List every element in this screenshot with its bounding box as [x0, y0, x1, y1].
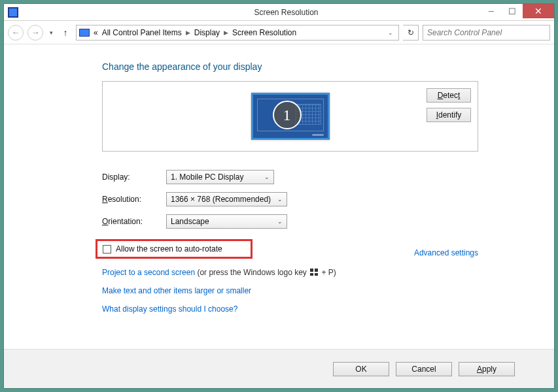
apply-button[interactable]: Apply [459, 362, 515, 376]
resolution-label: Resolution: [102, 195, 166, 204]
content-area: Change the appearance of your display 1 … [4, 44, 554, 314]
close-button[interactable]: ✕ [523, 4, 554, 18]
autorotate-checkbox[interactable] [103, 245, 111, 253]
what-settings-link[interactable]: What display settings should I choose? [102, 304, 237, 314]
address-box[interactable]: « All Control Panel Items ▶ Display ▶ Sc… [76, 25, 399, 41]
up-button[interactable]: ↑ [59, 25, 72, 41]
project-hint-text: (or press the Windows logo key [197, 268, 309, 277]
breadcrumb-item[interactable]: Screen Resolution [232, 28, 296, 37]
display-label: Display: [102, 172, 166, 182]
display-value: 1. Mobile PC Display [171, 172, 243, 182]
resolution-select[interactable]: 1366 × 768 (Recommended) ⌄ [166, 192, 287, 206]
chevron-down-icon: ⌄ [264, 174, 270, 180]
refresh-button[interactable]: ↻ [403, 25, 419, 41]
breadcrumb-item[interactable]: All Control Panel Items [102, 28, 182, 37]
back-button[interactable]: ← [8, 25, 24, 41]
titlebar: Screen Resolution ─ ☐ ✕ [4, 4, 554, 21]
monitor-thumbnail[interactable]: 1 [251, 93, 330, 140]
monitor-number: 1 [283, 106, 291, 124]
history-dropdown[interactable]: ▾ [47, 25, 55, 41]
make-text-larger-link[interactable]: Make text and other items larger or smal… [102, 286, 251, 295]
orientation-select[interactable]: Landscape ⌄ [166, 214, 287, 229]
chevron-down-icon: ⌄ [277, 196, 283, 203]
address-dropdown-icon[interactable]: ⌄ [388, 29, 393, 36]
detect-button[interactable]: Detect [427, 88, 471, 103]
window-controls: ─ ☐ ✕ [481, 4, 554, 18]
window: Screen Resolution ─ ☐ ✕ ← → ▾ ↑ « All Co… [3, 3, 555, 389]
orientation-label: Orientation: [102, 217, 166, 226]
app-icon [8, 7, 18, 18]
autorotate-highlight: Allow the screen to auto-rotate [96, 239, 253, 259]
autorotate-label: Allow the screen to auto-rotate [116, 244, 222, 253]
forward-button[interactable]: → [27, 25, 43, 41]
footer: OK Cancel Apply Apply [4, 349, 554, 388]
resolution-value: 1366 × 768 (Recommended) [171, 195, 271, 204]
address-bar-row: ← → ▾ ↑ « All Control Panel Items ▶ Disp… [4, 21, 554, 44]
minimize-button[interactable]: ─ [481, 4, 502, 18]
display-select[interactable]: 1. Mobile PC Display ⌄ [166, 170, 274, 184]
breadcrumb-separator: ▶ [224, 29, 228, 36]
identify-button[interactable]: Identify [427, 108, 471, 122]
page-title: Change the appearance of your display [102, 61, 478, 72]
search-input[interactable] [423, 25, 550, 41]
maximize-button[interactable]: ☐ [502, 4, 523, 18]
project-hint-tail: + P) [322, 268, 336, 277]
chevron-down-icon: ⌄ [277, 218, 283, 225]
project-second-screen-link[interactable]: Project to a second screen [102, 268, 195, 277]
display-preview-box: 1 Detect Identify Detect Identify [102, 81, 478, 152]
cancel-button[interactable]: Cancel [396, 362, 452, 376]
breadcrumb-prefix: « [94, 28, 98, 37]
breadcrumb-item[interactable]: Display [194, 28, 220, 37]
display-icon [79, 29, 90, 37]
window-title: Screen Resolution [18, 8, 554, 17]
breadcrumb-separator: ▶ [186, 29, 190, 36]
orientation-value: Landscape [171, 217, 209, 226]
ok-button[interactable]: OK [333, 362, 389, 376]
advanced-settings-link[interactable]: Advanced settings [414, 248, 478, 257]
windows-key-icon [310, 269, 318, 276]
